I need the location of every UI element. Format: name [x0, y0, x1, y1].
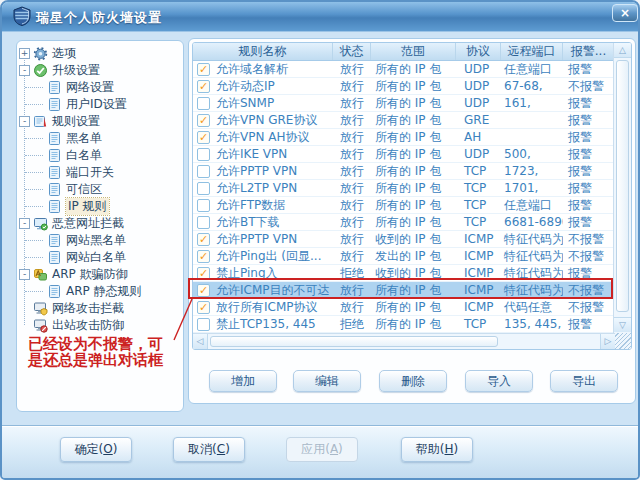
cell-scope: 所有的 IP 包 [371, 95, 456, 111]
rule-button-3[interactable]: 删除 [379, 370, 447, 392]
rule-checkbox[interactable]: ✓ [197, 284, 210, 297]
horizontal-scrollbar[interactable]: ◁ ▷ [193, 333, 615, 349]
table-row[interactable]: ✓允许动态IP放行所有的 IP 包UDP67-68,不报警 [193, 78, 615, 95]
cell-protocol: TCP [456, 180, 501, 196]
column-header-6[interactable]: 报警... [563, 43, 615, 60]
table-row[interactable]: ✓允许SNMP放行所有的 IP 包UDP161,报警 [193, 95, 615, 112]
tree-item[interactable]: 网络攻击拦截 [17, 300, 183, 317]
table-row[interactable]: ✓放行所有ICMP协议放行所有的 IP 包ICMP代码任意不报警 [193, 299, 615, 316]
rule-button-1[interactable]: 增加 [209, 370, 277, 392]
column-header-4[interactable]: 协议 [456, 43, 501, 60]
cell-scope: 收到的 IP 包 [371, 231, 456, 247]
cell-alarm: 报警 [563, 95, 615, 111]
column-header-2[interactable]: 状态 [333, 43, 371, 60]
rule-checkbox[interactable]: ✓ [197, 97, 210, 110]
column-header-3[interactable]: 范围 [371, 43, 456, 60]
cell-scope: 所有的 IP 包 [371, 129, 456, 145]
table-row[interactable]: ✓允许VPN AH协议放行所有的 IP 包AH报警 [193, 129, 615, 146]
rule-checkbox[interactable]: ✓ [197, 131, 210, 144]
vertical-scrollbar[interactable]: △ ▽ [613, 43, 631, 333]
resize-grip[interactable] [615, 333, 632, 350]
tree-item[interactable]: 用户ID设置 [17, 96, 183, 113]
tree-item[interactable]: 网站白名单 [17, 249, 183, 266]
rule-button-2[interactable]: 编辑 [293, 370, 361, 392]
tree-item[interactable]: -规则设置 [17, 113, 183, 130]
tree-item[interactable]: 白名单 [17, 147, 183, 164]
rule-checkbox[interactable]: ✓ [197, 318, 210, 331]
tree-item-label: 黑名单 [66, 130, 102, 147]
tree-item[interactable]: 网站黑名单 [17, 232, 183, 249]
table-row[interactable]: ✓允许L2TP VPN放行所有的 IP 包TCP1701,报警 [193, 180, 615, 197]
table-row[interactable]: ✓允许PPTP VPN放行所有的 IP 包TCP1723,报警 [193, 163, 615, 180]
rule-checkbox[interactable]: ✓ [197, 148, 210, 161]
horizontal-scroll-thumb[interactable] [210, 336, 498, 347]
tree-item-label: 网站白名单 [66, 249, 126, 266]
collapse-icon[interactable]: - [19, 218, 30, 229]
rule-checkbox[interactable]: ✓ [197, 165, 210, 178]
cell-rule-name: ✓允许PPTP VPN [193, 231, 333, 247]
tree-item[interactable]: 出站攻击防御 [17, 317, 183, 334]
collapse-icon[interactable]: - [19, 269, 30, 280]
expand-icon[interactable]: + [19, 48, 30, 59]
cell-status: 拒绝 [333, 265, 371, 281]
rule-checkbox[interactable]: ✓ [197, 199, 210, 212]
column-header-1[interactable]: 规则名称 [193, 43, 333, 60]
rule-checkbox[interactable]: ✓ [197, 182, 210, 195]
table-row[interactable]: ✓禁止Ping入拒绝收到的 IP 包ICMP特征代码为0报警 [193, 265, 615, 282]
rule-checkbox[interactable]: ✓ [197, 267, 210, 280]
vertical-scroll-thumb[interactable] [616, 60, 629, 312]
collapse-icon[interactable]: - [19, 116, 30, 127]
close-button[interactable]: × [612, 4, 638, 22]
table-row[interactable]: ✓允许域名解析放行所有的 IP 包UDP任意端口报警 [193, 61, 615, 78]
table-row[interactable]: ✓允许ICMP目的不可达放行所有的 IP 包ICMP特征代码为0不报警 [193, 282, 615, 299]
tree-item[interactable]: ARP 静态规则 [17, 283, 183, 300]
cell-status: 放行 [333, 282, 371, 298]
tree-item-label: 用户ID设置 [66, 96, 127, 113]
cell-remote-port: 500, [501, 146, 563, 162]
cell-alarm: 报警 [563, 61, 615, 77]
tree-item[interactable]: 端口开关 [17, 164, 183, 181]
titlebar[interactable]: 瑞星个人防火墙设置 × [2, 2, 638, 32]
tree-item[interactable]: -恶意网址拦截 [17, 215, 183, 232]
rule-checkbox[interactable]: ✓ [197, 216, 210, 229]
rule-checkbox[interactable]: ✓ [197, 250, 210, 263]
ok-button[interactable]: 确定(O) [60, 437, 132, 462]
rule-checkbox[interactable]: ✓ [197, 233, 210, 246]
table-row[interactable]: ✓允许PPTP VPN放行收到的 IP 包ICMP特征代码为0不报警 [193, 231, 615, 248]
table-row[interactable]: ✓允许Ping出 (回显...放行发出的 IP 包ICMP特征代码为0不报警 [193, 248, 615, 265]
collapse-icon[interactable]: - [19, 65, 30, 76]
cell-scope: 所有的 IP 包 [371, 299, 456, 315]
cancel-button[interactable]: 取消(C) [173, 437, 245, 462]
scroll-down-button[interactable]: ▽ [614, 317, 631, 332]
rule-checkbox[interactable]: ✓ [197, 301, 210, 314]
tree-item[interactable]: -ARP 欺骗防御 [17, 266, 183, 283]
tree-item[interactable]: 黑名单 [17, 130, 183, 147]
table-row[interactable]: ✓允许BT下载放行所有的 IP 包TCP6681-6890,报警 [193, 214, 615, 231]
tree-item[interactable]: -升级设置 [17, 62, 183, 79]
rule-checkbox[interactable]: ✓ [197, 63, 210, 76]
tree-item[interactable]: +选项 [17, 45, 183, 62]
table-row[interactable]: ✓允许IKE VPN放行所有的 IP 包UDP500,报警 [193, 146, 615, 163]
button-mnemonic: A [330, 442, 338, 456]
table-row[interactable]: ✓允许FTP数据放行所有的 IP 包TCP任意端口报警 [193, 197, 615, 214]
rule-checkbox[interactable]: ✓ [197, 114, 210, 127]
cell-scope: 所有的 IP 包 [371, 163, 456, 179]
tree-item[interactable]: IP 规则 [17, 198, 183, 215]
scroll-up-button[interactable]: △ [614, 43, 631, 58]
table-row[interactable]: ✓禁止TCP135, 445拒绝所有的 IP 包TCP135, 445,报警 [193, 316, 615, 333]
button-label-close: ) [338, 442, 343, 456]
rule-button-4[interactable]: 导入 [465, 370, 533, 392]
button-label: 确定( [75, 442, 104, 456]
rule-button-5[interactable]: 导出 [550, 370, 618, 392]
cell-status: 放行 [333, 78, 371, 94]
scroll-right-button[interactable]: ▷ [600, 334, 615, 349]
column-header-5[interactable]: 远程端口 [501, 43, 563, 60]
rule-checkbox[interactable]: ✓ [197, 80, 210, 93]
table-row[interactable]: ✓允许VPN GRE协议放行所有的 IP 包GRE报警 [193, 112, 615, 129]
tree-item[interactable]: 可信区 [17, 181, 183, 198]
tree-item[interactable]: 网络设置 [17, 79, 183, 96]
page-icon [47, 250, 62, 265]
page-icon [47, 182, 62, 197]
help-button[interactable]: 帮助(H) [401, 437, 473, 462]
annotation-pointer-line [170, 296, 196, 342]
